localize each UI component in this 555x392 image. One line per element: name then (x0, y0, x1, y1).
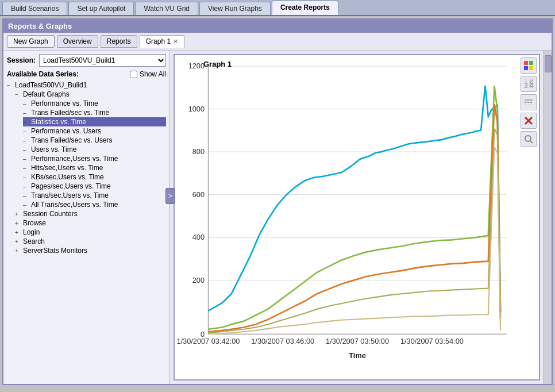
session-row: Session: LoadTest500VU_Build1 (7, 54, 166, 67)
svg-text:1/30/2007 03:54:00: 1/30/2007 03:54:00 (400, 337, 464, 345)
lines-icon-btn[interactable] (521, 94, 537, 110)
right-content: Graph 1 1200 1000 800 600 400 200 0 (170, 51, 544, 384)
graph-svg: 1200 1000 800 600 400 200 0 (175, 55, 539, 379)
numbers-icon: 1 2 3 4 (523, 79, 534, 89)
tree-item-trans-failed-vs-time[interactable]: – Trans Failed/sec vs. Time (23, 108, 166, 117)
color-icon (523, 60, 534, 71)
tree-item-perf-users-vs-time[interactable]: – Performance,Users vs. Time (23, 154, 166, 163)
color-icon-btn[interactable] (521, 57, 537, 74)
tab-graph1-close[interactable]: ✕ (173, 38, 178, 45)
svg-text:1/30/2007 03:42:00: 1/30/2007 03:42:00 (176, 337, 240, 345)
session-label: Session: (7, 56, 36, 64)
svg-text:200: 200 (192, 276, 205, 285)
tab-graph1[interactable]: Graph 1 ✕ (140, 35, 184, 48)
svg-rect-24 (529, 66, 533, 70)
tree-item-trans-users-vs-time[interactable]: – Trans/sec,Users vs. Time (23, 191, 166, 200)
close-icon (523, 116, 534, 126)
root-expand-icon[interactable]: − (7, 82, 15, 89)
tree-item-perf-vs-time[interactable]: – Performance vs. Time (23, 99, 166, 108)
top-nav: Build Scenarios Set up Autopilot Watch V… (0, 0, 555, 16)
show-all-row: Show All (130, 70, 166, 78)
add-to-graph-button[interactable]: > (165, 188, 175, 204)
tree-item-hits-users-vs-time[interactable]: – Hits/sec,Users vs. Time (23, 163, 166, 172)
tree-item-users-vs-time[interactable]: – Users vs. Time (23, 145, 166, 154)
tree-item-all-trans-users-vs-time[interactable]: – All Trans/sec,Users vs. Time (23, 200, 166, 209)
tree-root-label: LoadTest500VU_Build1 (15, 81, 166, 89)
left-panel: Session: LoadTest500VU_Build1 Available … (3, 51, 170, 384)
svg-text:800: 800 (192, 147, 205, 156)
toolbar: New Graph Overview Reports Graph 1 ✕ (3, 33, 552, 51)
main-content: Session: LoadTest500VU_Build1 Available … (3, 51, 552, 384)
tree-group-browse[interactable]: + Browse (15, 218, 166, 228)
tree-group-default-graphs-label: Default Graphs (23, 90, 166, 98)
svg-text:400: 400 (192, 233, 205, 241)
tab-graph1-label: Graph 1 (146, 37, 171, 45)
svg-text:600: 600 (192, 190, 205, 199)
svg-text:1200: 1200 (188, 62, 205, 70)
show-all-label: Show All (140, 70, 166, 78)
svg-point-35 (525, 136, 531, 141)
panel-header: Reports & Graphs (3, 20, 552, 33)
svg-text:1/30/2007 03:50:00: 1/30/2007 03:50:00 (326, 337, 389, 345)
graph-area: 1200 1000 800 600 400 200 0 (175, 55, 539, 379)
svg-line-36 (530, 141, 533, 143)
default-graphs-expand[interactable]: − (15, 91, 23, 98)
data-series-label: Available Data Series: (7, 70, 79, 78)
search-icon-btn[interactable] (521, 131, 537, 147)
tree-group-serverstats[interactable]: + ServerStats Monitors (15, 246, 166, 255)
lines-icon (523, 97, 534, 107)
svg-text:3 4: 3 4 (524, 82, 534, 89)
scrollbar-thumb[interactable] (545, 55, 552, 72)
tree-group-search[interactable]: + Search (15, 237, 166, 246)
tree-group-default-graphs[interactable]: − Default Graphs (15, 90, 166, 99)
svg-rect-22 (529, 61, 533, 65)
show-all-checkbox[interactable] (130, 71, 137, 78)
tree-item-pages-users-vs-time[interactable]: – Pages/sec,Users vs. Time (23, 182, 166, 191)
tab-overview[interactable]: Overview (57, 35, 98, 48)
tree-root[interactable]: − LoadTest500VU_Build1 (7, 80, 166, 90)
scrollbar-track (544, 51, 552, 384)
tab-setup-autopilot[interactable]: Set up Autopilot (68, 2, 134, 15)
tree-group-login[interactable]: + Login (15, 228, 166, 237)
numbers-icon-btn[interactable]: 1 2 3 4 (521, 76, 537, 92)
tree: − LoadTest500VU_Build1 − Default Graphs … (7, 80, 166, 255)
svg-text:1/30/2007 03:46:00: 1/30/2007 03:46:00 (251, 337, 314, 345)
tab-build-scenarios[interactable]: Build Scenarios (2, 2, 67, 15)
right-sidebar: 1 2 3 4 (518, 55, 539, 149)
tab-reports[interactable]: Reports (101, 35, 137, 48)
delete-icon-btn[interactable] (521, 113, 537, 129)
graph-container: Graph 1 1200 1000 800 600 400 200 0 (174, 54, 540, 381)
tab-create-reports[interactable]: Create Reports (272, 1, 338, 15)
tab-view-run-graphs[interactable]: View Run Graphs (199, 2, 271, 15)
tree-item-statistics-vs-time[interactable]: – Statistics vs. Time (23, 117, 166, 126)
reports-graphs-panel: Reports & Graphs New Graph Overview Repo… (2, 18, 553, 385)
new-graph-button[interactable]: New Graph (7, 35, 55, 48)
svg-rect-23 (524, 66, 528, 70)
tree-group-session-counters[interactable]: + Session Counters (15, 209, 166, 218)
svg-text:1000: 1000 (188, 105, 205, 113)
svg-text:Time: Time (349, 351, 366, 360)
tree-item-perf-vs-users[interactable]: – Performance vs. Users (23, 126, 166, 136)
data-series-row: Available Data Series: Show All (7, 70, 166, 78)
graph-title: Graph 1 (203, 60, 232, 68)
tree-item-kbs-users-vs-time[interactable]: – KBs/sec,Users vs. Time (23, 172, 166, 182)
tab-watch-vu-grid[interactable]: Watch VU Grid (135, 2, 198, 15)
session-select[interactable]: LoadTest500VU_Build1 (39, 54, 166, 67)
tree-item-trans-failed-vs-users[interactable]: – Trans Failed/sec vs. Users (23, 136, 166, 145)
svg-rect-21 (524, 61, 528, 65)
search-icon (523, 134, 534, 144)
